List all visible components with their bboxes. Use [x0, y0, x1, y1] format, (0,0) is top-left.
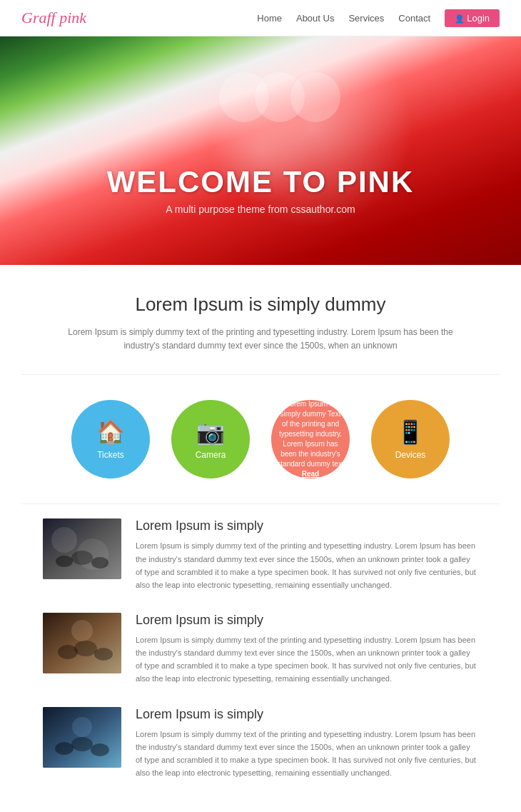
- pink-read-link[interactable]: Read: [302, 470, 319, 478]
- devices-label: Devices: [395, 450, 426, 460]
- icon-camera[interactable]: 📷 Camera: [171, 400, 250, 478]
- content-image-3: [43, 707, 121, 768]
- navbar: Graff pink Home About Us Services Contac…: [0, 0, 521, 36]
- content-body-3: Lorem Ipsum is simply dummy text of the …: [136, 728, 478, 780]
- camera-label: Camera: [196, 450, 226, 460]
- hero-text: WELCOME TO PINK A multi purpose theme fr…: [0, 165, 521, 215]
- tickets-icon: 🏠: [96, 418, 125, 446]
- svg-point-3: [56, 556, 73, 567]
- image-placeholder-1: [43, 518, 121, 579]
- hero-title: WELCOME TO PINK: [0, 165, 521, 199]
- image-svg-3: [43, 707, 121, 768]
- pink-circle-text: Lorem Ipsum is simply dummy Text of the …: [277, 399, 344, 479]
- camera-icon: 📷: [196, 418, 225, 446]
- svg-point-4: [71, 551, 93, 565]
- nav-services[interactable]: Services: [348, 13, 384, 24]
- content-section: Lorem Ipsum is simply Lorem Ipsum is sim…: [0, 504, 521, 812]
- nav-home[interactable]: Home: [257, 13, 282, 24]
- content-body-2: Lorem Ipsum is simply dummy text of the …: [136, 633, 478, 686]
- icon-devices[interactable]: 📱 Devices: [371, 400, 450, 478]
- content-row-3: Lorem Ipsum is simply Lorem Ipsum is sim…: [43, 707, 478, 780]
- content-image-2: [43, 613, 121, 673]
- content-row-1: Lorem Ipsum is simply Lorem Ipsum is sim…: [43, 518, 478, 591]
- hero-subtitle: A multi purpose theme from cssauthor.com: [0, 204, 521, 215]
- content-title-3: Lorem Ipsum is simply: [136, 707, 478, 722]
- logo-accent: pink: [59, 9, 86, 26]
- image-placeholder-2: [43, 613, 121, 673]
- content-body-1: Lorem Ipsum is simply dummy text of the …: [136, 539, 478, 591]
- devices-icon: 📱: [396, 418, 425, 446]
- content-title-1: Lorem Ipsum is simply: [136, 518, 478, 533]
- svg-point-1: [51, 527, 77, 553]
- hero-background: [0, 36, 521, 265]
- content-image-1: [43, 518, 121, 579]
- svg-point-15: [72, 717, 92, 737]
- image-svg-1: [43, 518, 121, 579]
- logo-main: Graff: [21, 9, 59, 26]
- content-text-2: Lorem Ipsum is simply Lorem Ipsum is sim…: [136, 613, 478, 686]
- svg-point-14: [91, 743, 109, 756]
- content-text-3: Lorem Ipsum is simply Lorem Ipsum is sim…: [136, 707, 478, 780]
- svg-point-13: [71, 737, 93, 751]
- icon-row: 🏠 Tickets 📷 Camera Lorem Ipsum is simply…: [0, 375, 521, 503]
- tickets-label: Tickets: [97, 450, 124, 460]
- content-row-2: Lorem Ipsum is simply Lorem Ipsum is sim…: [43, 613, 478, 686]
- icon-pink-text[interactable]: Lorem Ipsum is simply dummy Text of the …: [271, 400, 350, 478]
- svg-point-8: [74, 641, 97, 656]
- svg-point-9: [94, 648, 113, 661]
- intro-heading: Lorem Ipsum is simply dummy: [57, 294, 464, 316]
- hero-decorative-circles: [219, 72, 340, 122]
- hero-circle-3: [290, 72, 340, 122]
- nav-links: Home About Us Services Contact Login: [257, 9, 500, 27]
- content-text-1: Lorem Ipsum is simply Lorem Ipsum is sim…: [136, 518, 478, 591]
- content-title-2: Lorem Ipsum is simply: [136, 613, 478, 628]
- hero-section: WELCOME TO PINK A multi purpose theme fr…: [0, 36, 521, 265]
- nav-about[interactable]: About Us: [296, 13, 334, 24]
- login-button[interactable]: Login: [445, 9, 500, 27]
- svg-point-10: [71, 620, 93, 641]
- image-placeholder-3: [43, 707, 121, 768]
- image-svg-2: [43, 613, 121, 673]
- nav-contact[interactable]: Contact: [398, 13, 430, 24]
- intro-body: Lorem Ipsum is simply dummy text of the …: [61, 326, 460, 353]
- icon-tickets[interactable]: 🏠 Tickets: [71, 400, 150, 478]
- site-logo: Graff pink: [21, 9, 86, 27]
- intro-section: Lorem Ipsum is simply dummy Lorem Ipsum …: [0, 265, 521, 374]
- svg-point-5: [91, 557, 108, 568]
- svg-point-12: [55, 742, 74, 755]
